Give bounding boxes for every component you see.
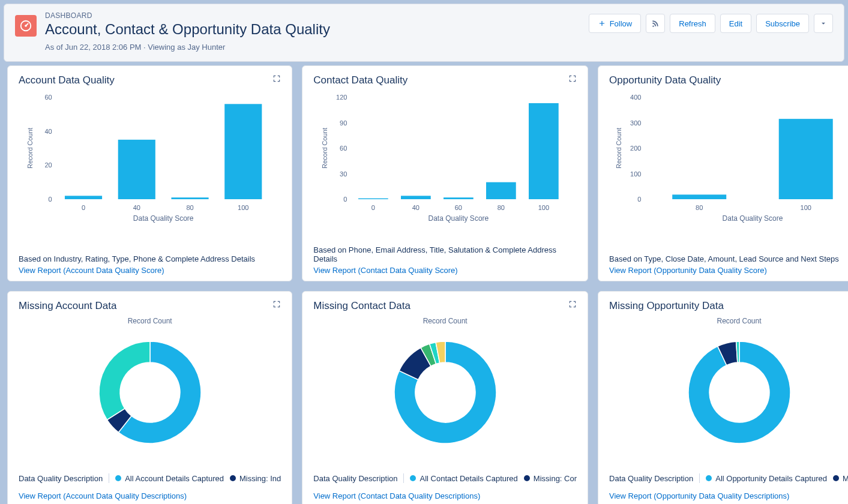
more-button[interactable] [814,14,833,33]
card-description: Based on Type, Close Date, Amount, Lead … [609,254,848,263]
follow-label: Follow [610,19,633,28]
svg-rect-39 [672,194,726,199]
svg-text:90: 90 [340,119,347,127]
card-description: Based on Phone, Email Address, Title, Sa… [313,245,577,263]
svg-text:0: 0 [49,196,52,203]
legend-item: All Contact Details Captured [410,474,517,483]
page-subtitle: As of Jun 22, 2018 2:06 PM · Viewing as … [45,43,580,52]
svg-text:40: 40 [44,128,52,135]
legend-item: All Opportunity Details Captured [706,474,827,483]
svg-text:80: 80 [498,204,505,211]
svg-text:0: 0 [371,204,375,211]
card-title: Missing Contact Data [313,300,410,312]
card-missing-contact: Missing Contact Data Record Count Data Q… [302,291,588,504]
header-actions: Follow Refresh Edit Subscribe [589,14,833,33]
svg-text:60: 60 [340,145,347,152]
dashboard-grid: Account Data Quality 0204060Record Count… [0,65,848,504]
swatch-icon [706,475,712,481]
expand-button[interactable] [568,300,577,310]
svg-text:Record Count: Record Count [322,128,329,169]
view-report-link[interactable]: View Report (Opportunity Data Quality De… [609,491,848,500]
svg-text:100: 100 [538,204,549,211]
svg-text:400: 400 [630,94,641,101]
dashboard-header: DASHBOARD Account, Contact & Opportunity… [4,4,844,62]
card-title: Opportunity Data Quality [609,74,721,86]
view-report-link[interactable]: View Report (Contact Data Quality Descri… [313,491,577,500]
feed-button[interactable] [646,14,665,33]
svg-rect-7 [65,196,102,199]
plus-icon [598,19,606,28]
svg-text:0: 0 [82,204,85,211]
expand-button[interactable] [272,300,281,310]
svg-text:60: 60 [455,204,462,211]
legend-item: All Account Details Captured [115,474,224,483]
svg-text:60: 60 [44,94,52,101]
swatch-icon [524,475,530,481]
account-bar-chart: 0204060Record Count04080100Data Quality … [19,91,281,223]
svg-rect-13 [224,104,262,199]
dashboard-icon [15,15,37,37]
swatch-icon [410,475,416,481]
account-donut-chart [90,332,210,452]
card-missing-opportunity: Missing Opportunity Data Record Count Da… [598,291,848,504]
card-title: Account Data Quality [19,74,115,86]
subscribe-button[interactable]: Subscribe [756,14,809,33]
view-report-link[interactable]: View Report (Opportunity Data Quality Sc… [609,266,848,275]
view-report-link[interactable]: View Report (Account Data Quality Descri… [19,491,281,500]
contact-donut-chart [385,332,505,452]
card-account-quality: Account Data Quality 0204060Record Count… [7,65,292,281]
svg-text:300: 300 [630,119,641,127]
opportunity-donut-chart [679,332,799,452]
legend-item: Missing [833,474,848,483]
card-title: Missing Account Data [19,300,116,312]
caret-down-icon [819,19,828,28]
svg-text:80: 80 [696,204,703,211]
svg-rect-26 [444,197,474,199]
card-contact-quality: Contact Data Quality 0306090120Record Co… [302,65,588,281]
svg-rect-9 [118,140,155,199]
legend-item: Missing: Cor [524,474,577,483]
svg-text:80: 80 [186,204,193,211]
svg-text:100: 100 [238,204,248,211]
view-report-link[interactable]: View Report (Account Data Quality Score) [19,266,281,275]
svg-text:0: 0 [344,196,347,203]
svg-text:Record Count: Record Count [616,128,623,169]
legend: Data Quality Description All Contact Det… [313,473,577,483]
svg-text:40: 40 [412,204,419,211]
refresh-button[interactable]: Refresh [670,14,715,33]
svg-text:20: 20 [44,161,52,169]
card-opportunity-quality: Opportunity Data Quality 0100200300400Re… [598,65,848,281]
svg-text:30: 30 [340,170,347,178]
legend: Data Quality Description All Account Det… [19,473,281,483]
contact-bar-chart: 0306090120Record Count0406080100Data Qua… [313,91,577,223]
opportunity-bar-chart: 0100200300400Record Count80100Data Quali… [609,91,848,223]
feed-icon [651,19,660,28]
svg-point-1 [25,25,27,27]
svg-rect-41 [779,119,833,199]
follow-button[interactable]: Follow [589,14,642,33]
svg-text:200: 200 [630,145,641,152]
donut-metric: Record Count [313,317,577,325]
swatch-icon [833,475,839,481]
edit-button[interactable]: Edit [720,14,751,33]
svg-text:Record Count: Record Count [26,128,34,169]
svg-rect-28 [486,182,516,199]
page-eyebrow: DASHBOARD [45,11,580,20]
legend-item: Missing: Ind [230,474,281,483]
svg-text:40: 40 [133,204,140,211]
svg-text:0: 0 [637,196,641,203]
donut-metric: Record Count [609,317,848,325]
svg-text:Data Quality Score: Data Quality Score [133,214,194,223]
svg-rect-24 [401,196,431,199]
expand-button[interactable] [272,74,281,85]
svg-text:100: 100 [801,204,811,211]
swatch-icon [115,475,121,481]
card-missing-account: Missing Account Data Record Count Data Q… [7,291,292,504]
expand-button[interactable] [568,74,577,85]
svg-text:Data Quality Score: Data Quality Score [723,214,783,223]
page-title: Account, Contact & Opportunity Data Qual… [45,21,580,38]
swatch-icon [230,475,236,481]
view-report-link[interactable]: View Report (Contact Data Quality Score) [313,266,577,275]
svg-rect-22 [358,199,388,199]
svg-text:Data Quality Score: Data Quality Score [429,214,489,223]
